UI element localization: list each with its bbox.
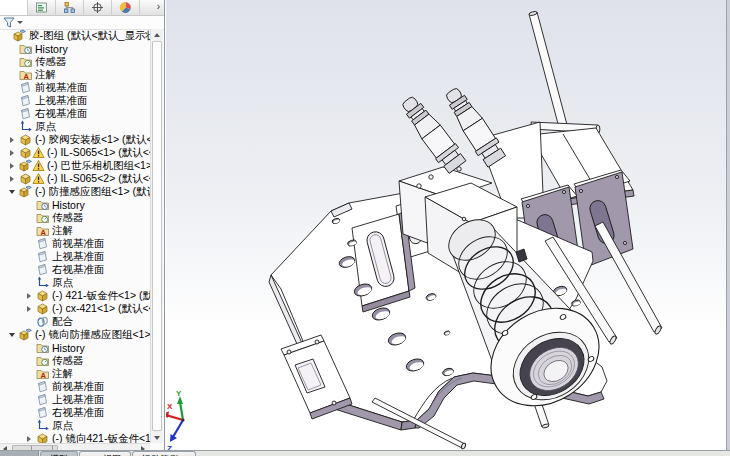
plane-icon [19,94,33,107]
part-icon [19,172,33,185]
tree-item[interactable]: 前视基准面 [0,380,151,393]
tab-scroll-buttons[interactable] [0,451,39,456]
expand-arrow-none [24,419,36,432]
expand-arrow-collapsed[interactable] [7,146,19,159]
propertymanager-icon [35,1,48,14]
window-right-edge [726,0,730,456]
tree-item[interactable]: History [0,42,151,55]
panel-tabs-overflow-chevron[interactable]: › [153,0,164,15]
tree-item-label: (-) 巴世乐相机图组<1> (默认 [45,159,151,172]
vertical-scroll-thumb[interactable] [152,41,162,431]
panel-tab-configurationmanager[interactable] [56,0,84,15]
filter-dropdown-caret[interactable] [17,21,23,24]
expand-arrow-collapsed[interactable] [7,133,19,146]
tree-item-label: 注解 [50,367,73,380]
plane-icon [19,107,33,120]
scroll-up-arrow[interactable] [151,29,163,40]
tree-item-label: 原点 [33,120,56,133]
rod-top[interactable] [529,11,600,139]
tree-item[interactable]: (-) 421-钣金件<1> (默认<< [0,289,151,302]
tree-item[interactable]: 上视基准面 [0,250,151,263]
tree-item[interactable]: (-) 胶阀安装板<1> (默认<<默认 [0,133,151,146]
expand-arrow-collapsed[interactable] [24,432,36,443]
tree-item[interactable]: 传感器 [0,354,151,367]
tree-filter-row [0,16,164,30]
tree-item-label: 前视基准面 [50,237,105,250]
origin-icon [36,419,50,432]
tree-item[interactable]: History [0,198,151,211]
tree-item[interactable]: (-) 镜向421-钣金件<1> (默认 [0,432,151,443]
part-icon [36,432,50,443]
tree-item[interactable]: 右视基准面 [0,107,151,120]
panel-tab-displaymanager[interactable] [112,0,140,15]
expand-arrow-none [24,367,36,380]
tree-item[interactable]: 配合 [0,315,151,328]
tree-item-label: History [33,43,68,55]
tree-item-label: 原点 [50,276,73,289]
document-tab-1[interactable]: 模型 [40,451,78,456]
tree-item-label: 传感器 [50,211,84,224]
3d-model-canvas[interactable]: Y X Z [166,0,730,456]
tree-item[interactable]: 前视基准面 [0,81,151,94]
tree-item-label: 注解 [33,68,56,81]
tree-vertical-scrollbar[interactable] [150,29,163,443]
tree-item[interactable]: History [0,341,151,354]
scroll-down-arrow[interactable] [151,432,163,443]
tree-item[interactable]: 右视基准面 [0,263,151,276]
tree-item[interactable]: A注解 [0,68,151,81]
panel-tab-dimxpertmanager[interactable] [84,0,112,15]
tree-item[interactable]: A注解 [0,224,151,237]
expand-arrow-none [24,250,36,263]
tree-item[interactable]: 前视基准面 [0,237,151,250]
expand-arrow-collapsed[interactable] [24,289,36,302]
expand-arrow-none [24,354,36,367]
tree-item[interactable]: 右视基准面 [0,406,151,419]
tree-item[interactable]: (-) 防撞感应图组<1> (默认<默认 [0,185,151,198]
tree-item[interactable]: 上视基准面 [0,393,151,406]
tree-item[interactable]: 胶-图组 (默认<默认_显示状态-1>) [0,29,151,42]
plane-icon [36,250,50,263]
svg-text:A: A [41,228,47,237]
expand-arrow-collapsed[interactable] [24,302,36,315]
plane-icon [36,237,50,250]
document-tab-3[interactable]: 运动算例 1 [132,451,196,456]
tree-item[interactable]: 传感器 [0,55,151,68]
plane-icon [36,406,50,419]
annotations-icon: A [36,367,50,380]
warning-icon [32,172,45,185]
tree-item[interactable]: (-) 巴世乐相机图组<1> (默认 [0,159,151,172]
expand-arrow-collapsed[interactable] [7,159,19,172]
panel-tab-propertymanager[interactable] [28,0,56,15]
tree-item[interactable]: 原点 [0,120,151,133]
sensors-icon [19,55,33,68]
tree-item-label: 右视基准面 [50,263,105,276]
expand-arrow-none [24,315,36,328]
expand-arrow-collapsed[interactable] [7,172,19,185]
history-icon [36,198,50,211]
tree-item[interactable]: A注解 [0,367,151,380]
tree-item[interactable]: 原点 [0,419,151,432]
panel-tab-featuremanager-tree[interactable] [0,0,28,15]
origin-icon [19,120,33,133]
tree-item[interactable]: (-) IL-S065<2> (默认<<默认 [0,172,151,185]
tree-item[interactable]: 原点 [0,276,151,289]
tree-item-label: 配合 [50,315,73,328]
tree-item[interactable]: (-) cx-421<1> (默认<<默认 [0,302,151,315]
tree-item-label: 上视基准面 [50,250,105,263]
history-icon [36,341,50,354]
tree-item[interactable]: (-) 镜向防撞感应图组<1> (默认< [0,328,151,341]
tree-item-label: 上视基准面 [50,393,105,406]
filter-funnel-icon[interactable] [3,17,15,28]
tree-item-label: History [50,199,85,211]
expand-arrow-none [7,94,19,107]
expand-arrow-none [7,107,19,120]
tree-item-label: 传感器 [33,55,67,68]
expand-arrow-expanded[interactable] [7,328,19,341]
tree-item[interactable]: 传感器 [0,211,151,224]
graphics-viewport[interactable]: Y X Z [166,0,730,456]
expand-arrow-expanded[interactable] [7,185,19,198]
expand-arrow-none [24,276,36,289]
tree-item[interactable]: (-) IL-S065<1> (默认<<默认 [0,146,151,159]
document-tab-2[interactable]: 3D 视图 [79,451,131,456]
tree-item[interactable]: 上视基准面 [0,94,151,107]
